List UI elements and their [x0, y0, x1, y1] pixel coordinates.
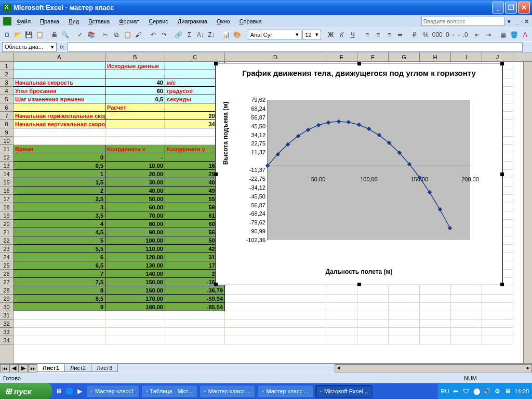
sort-desc-icon[interactable]: Z↓: [206, 29, 216, 41]
col-header-H[interactable]: H: [420, 52, 451, 61]
col-header-C[interactable]: C: [165, 52, 225, 61]
menu-Справка[interactable]: Справка: [235, 17, 266, 26]
col-header-G[interactable]: G: [389, 52, 420, 61]
start-button[interactable]: ⊞пуск: [0, 383, 52, 399]
row-header-29[interactable]: 29: [0, 295, 13, 303]
tray-icon[interactable]: ⬤: [472, 387, 481, 396]
maximize-button[interactable]: ❐: [505, 2, 517, 14]
formula-input[interactable]: [68, 42, 523, 52]
language-indicator[interactable]: RU: [441, 388, 449, 394]
row-header-5[interactable]: 5: [0, 95, 13, 103]
permission-icon[interactable]: 📋: [35, 29, 45, 41]
merge-icon[interactable]: ⬌: [395, 29, 405, 41]
row-header-20[interactable]: 20: [0, 220, 13, 228]
row-header-6[interactable]: 6: [0, 103, 13, 112]
redo-icon[interactable]: ↷: [159, 29, 169, 41]
tab-next-icon[interactable]: ▶: [19, 364, 28, 373]
menu-Сервис[interactable]: Сервис: [144, 17, 172, 26]
row-header-3[interactable]: 3: [0, 78, 13, 87]
menu-Файл[interactable]: Файл: [12, 17, 35, 26]
row-header-7[interactable]: 7: [0, 112, 13, 120]
minimize-button[interactable]: _: [492, 2, 504, 14]
spell-icon[interactable]: ✓: [75, 29, 85, 41]
drawing-icon[interactable]: 🎨: [232, 29, 242, 41]
row-header-9[interactable]: 9: [0, 128, 13, 137]
dec-indent-icon[interactable]: ⇤: [473, 29, 483, 41]
clock[interactable]: 14:20: [514, 388, 529, 394]
row-header-34[interactable]: 34: [0, 336, 13, 344]
col-header-E[interactable]: E: [326, 52, 357, 61]
menu-Правка[interactable]: Правка: [36, 17, 63, 26]
row-header-30[interactable]: 30: [0, 303, 13, 311]
row-header-24[interactable]: 24: [0, 253, 13, 261]
fx-icon[interactable]: fx: [60, 44, 64, 50]
row-header-14[interactable]: 14: [0, 170, 13, 178]
sheet-tab-Лист3[interactable]: Лист3: [91, 364, 118, 372]
name-box[interactable]: Область диа...▾: [2, 42, 57, 52]
horizontal-scrollbar[interactable]: [335, 364, 532, 373]
row-header-27[interactable]: 27: [0, 278, 13, 286]
close-button[interactable]: ✕: [518, 2, 530, 14]
col-header-D[interactable]: D: [225, 52, 326, 61]
copy-icon[interactable]: ⧉: [112, 29, 122, 41]
row-header-25[interactable]: 25: [0, 261, 13, 270]
col-header-J[interactable]: J: [482, 52, 513, 61]
row-header-18[interactable]: 18: [0, 203, 13, 211]
preview-icon[interactable]: 🔍: [60, 29, 70, 41]
autosum-icon[interactable]: Σ: [184, 29, 194, 41]
format-painter-icon[interactable]: 🖌: [134, 29, 143, 41]
row-header-33[interactable]: 33: [0, 328, 13, 336]
font-size-box[interactable]: 12▾: [302, 30, 321, 40]
underline-icon[interactable]: Ч: [348, 29, 357, 41]
taskbar-button[interactable]: ▫Microsoft Excel...: [315, 385, 373, 398]
open-icon[interactable]: 📂: [13, 29, 23, 41]
menu-Вид[interactable]: Вид: [64, 17, 83, 26]
row-header-31[interactable]: 31: [0, 311, 13, 320]
row-header-11[interactable]: 11: [0, 145, 13, 153]
row-header-8[interactable]: 8: [0, 120, 13, 128]
row-header-13[interactable]: 13: [0, 162, 13, 170]
font-color-icon[interactable]: A: [520, 29, 530, 41]
col-header-A[interactable]: A: [14, 52, 105, 61]
fill-color-icon[interactable]: 🪣: [509, 29, 519, 41]
row-header-19[interactable]: 19: [0, 211, 13, 220]
row-header-26[interactable]: 26: [0, 270, 13, 278]
sheet-tab-Лист1[interactable]: Лист1: [37, 364, 65, 372]
tray-icon[interactable]: 🔊: [482, 387, 491, 396]
cut-icon[interactable]: ✂: [101, 29, 111, 41]
col-header-B[interactable]: B: [105, 52, 165, 61]
tray-icon[interactable]: 🖥: [503, 387, 512, 396]
chart-wizard-icon[interactable]: 📊: [221, 29, 231, 41]
inc-indent-icon[interactable]: ⇥: [484, 29, 494, 41]
hyperlink-icon[interactable]: 🔗: [174, 29, 183, 41]
menu-Вставка[interactable]: Вставка: [84, 17, 114, 26]
tab-first-icon[interactable]: ⏮: [0, 364, 9, 373]
taskbar-button[interactable]: ▫Мастер класс ...: [200, 385, 256, 398]
font-name-box[interactable]: Arial Cyr▾: [248, 30, 302, 40]
tray-icon[interactable]: ⚙: [493, 387, 502, 396]
sort-asc-icon[interactable]: A↓: [195, 29, 205, 41]
menu-Окно[interactable]: Окно: [212, 17, 234, 26]
currency-icon[interactable]: ₽: [410, 29, 420, 41]
bold-icon[interactable]: Ж: [326, 29, 336, 41]
col-header-I[interactable]: I: [451, 52, 482, 61]
row-header-2[interactable]: 2: [0, 70, 13, 78]
menu-Диаграмма[interactable]: Диаграмма: [174, 17, 211, 26]
dec-decimal-icon[interactable]: ←.0: [457, 29, 468, 41]
row-header-12[interactable]: 12: [0, 153, 13, 162]
taskbar-button[interactable]: ▫Таблица - Micr...: [141, 385, 197, 398]
paste-icon[interactable]: 📋: [123, 29, 132, 41]
restore-window-icon[interactable]: _ ▫ ✕: [516, 18, 529, 25]
vertical-scrollbar[interactable]: [523, 62, 532, 363]
tab-last-icon[interactable]: ⏭: [28, 364, 37, 373]
row-header-22[interactable]: 22: [0, 236, 13, 245]
row-header-23[interactable]: 23: [0, 245, 13, 253]
col-header-F[interactable]: F: [357, 52, 389, 61]
align-center-icon[interactable]: ≡: [373, 29, 383, 41]
print-icon[interactable]: 🖶: [49, 29, 59, 41]
row-header-1[interactable]: 1: [0, 62, 13, 70]
row-header-16[interactable]: 16: [0, 187, 13, 195]
row-header-4[interactable]: 4: [0, 87, 13, 95]
ql-media-icon[interactable]: ▶: [75, 387, 84, 396]
menu-Формат[interactable]: Формат: [115, 17, 143, 26]
